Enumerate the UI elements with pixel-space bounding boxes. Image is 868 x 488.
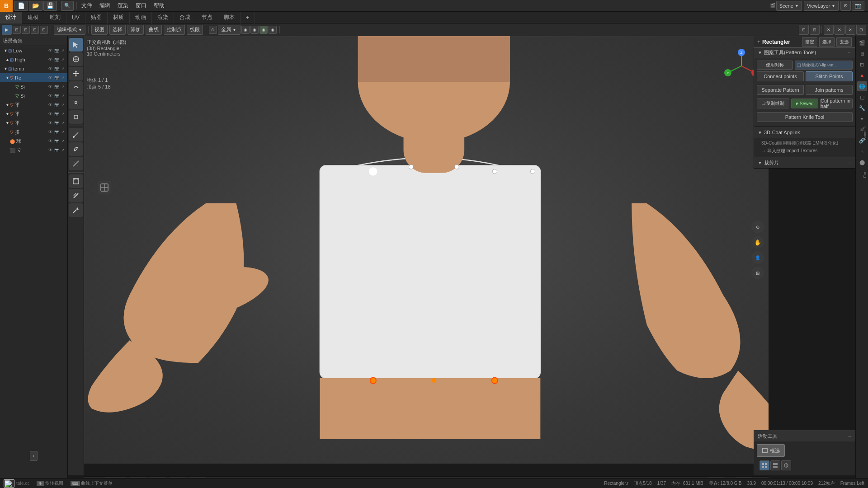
hand-tool-btn[interactable]: ✋: [751, 236, 764, 249]
cam-icon-btn[interactable]: 📷: [852, 1, 864, 11]
select-icon[interactable]: ↗: [60, 112, 66, 116]
select-icon[interactable]: ↗: [60, 139, 66, 143]
output-props-icon[interactable]: 🖥: [857, 49, 867, 59]
render-props-icon[interactable]: 🎬: [857, 38, 867, 48]
render-icon[interactable]: 📷: [54, 57, 59, 62]
view-menu-btn[interactable]: 视图: [91, 25, 108, 35]
modifier-props-icon[interactable]: 🔧: [857, 103, 867, 113]
maximize-btn[interactable]: ⊡: [856, 25, 866, 35]
eye-icon[interactable]: 👁: [47, 139, 53, 143]
outliner-item-si1[interactable]: ▽ Si 👁 📷 ↗: [0, 82, 67, 91]
eye-icon[interactable]: 👁: [47, 48, 53, 53]
cursor-tool-icon[interactable]: [69, 52, 83, 66]
render-icon[interactable]: 📷: [54, 103, 59, 107]
view-layer-props-icon[interactable]: ⊞: [857, 60, 867, 70]
assign-btn[interactable]: 指定: [802, 37, 817, 47]
eye-icon[interactable]: 👁: [47, 94, 53, 98]
outliner-item-flat1[interactable]: ▼ ▽ 平 👁 📷 ↗: [0, 100, 67, 109]
deselect-btn[interactable]: 去选: [836, 37, 852, 47]
grid-btn-2[interactable]: [770, 460, 780, 470]
transform-tool-icon[interactable]: [69, 110, 83, 124]
render-icon[interactable]: 📷: [54, 139, 59, 143]
tab-uv[interactable]: UV: [66, 12, 85, 23]
outliner-item-flat2[interactable]: ▼ ▽ 平 👁 📷 ↗: [0, 109, 67, 118]
eye-icon[interactable]: 👁: [47, 84, 53, 89]
menu-help[interactable]: 帮助: [150, 0, 168, 12]
transform-widget-icon[interactable]: [98, 181, 111, 194]
close-btn-2[interactable]: ✕: [835, 25, 844, 35]
seams-section-header[interactable]: ▼ 裁剪片 ···: [754, 157, 855, 168]
tab-animation[interactable]: 动画: [130, 12, 152, 23]
open-file-btn[interactable]: 📂: [29, 1, 42, 11]
annotate2-tool-icon[interactable]: [69, 157, 83, 170]
expand-outliner-btn[interactable]: ›: [30, 451, 38, 461]
select-icon[interactable]: ↗: [60, 94, 66, 98]
vp-shading-1[interactable]: ◉: [241, 26, 250, 34]
particles-props-icon[interactable]: ✦: [857, 114, 867, 124]
vp-shading-4[interactable]: ◉: [269, 26, 277, 34]
close-btn-3[interactable]: ✕: [845, 25, 855, 35]
grid-view-btn[interactable]: ⊞: [751, 267, 764, 279]
grid-btn-3[interactable]: [781, 460, 791, 470]
select-icon[interactable]: ↗: [60, 121, 66, 125]
search-btn[interactable]: 🔍: [61, 1, 74, 11]
stitch-points-btn[interactable]: Stitch Points: [806, 71, 853, 81]
select-menu-btn[interactable]: 选择: [109, 25, 126, 35]
select-icon[interactable]: ↗: [60, 103, 66, 107]
tab-add[interactable]: +: [241, 12, 255, 23]
pattern-tools-options[interactable]: ···: [848, 50, 852, 55]
outliner-item-high[interactable]: ▲ ⊞ High 👁 📷 ↗: [0, 55, 67, 64]
render-icon[interactable]: 📷: [54, 148, 59, 152]
tab-model[interactable]: 建模: [22, 12, 44, 23]
object-props-icon[interactable]: ▢: [857, 92, 867, 102]
menu-edit[interactable]: 编辑: [96, 0, 114, 12]
tab-material[interactable]: 材质: [108, 12, 130, 23]
select-icon[interactable]: ↗: [60, 66, 66, 71]
tab-sculpt[interactable]: 雕刻: [44, 12, 66, 23]
cut-half-btn[interactable]: Cut pattern in half: [820, 99, 853, 108]
seams-options[interactable]: ···: [848, 160, 852, 165]
rotate-tool-icon[interactable]: [69, 81, 83, 95]
render-icon[interactable]: 📷: [54, 121, 59, 125]
pattern-tools-section-header[interactable]: ▼ 图案工具(Pattern Tools) ···: [754, 47, 855, 58]
menu-file[interactable]: 文件: [78, 0, 96, 12]
close-btn-1[interactable]: ✕: [824, 25, 834, 35]
applink-section-header[interactable]: ▼ 3D-Coat Applink: [754, 127, 855, 138]
tab-texture[interactable]: 贴图: [85, 12, 108, 23]
overlay-btn[interactable]: ⊡: [799, 25, 809, 35]
copy-seam-btn[interactable]: ❑ 复制缝制: [757, 99, 789, 108]
render-icon[interactable]: 📷: [54, 75, 59, 80]
select-tool-icon[interactable]: [69, 38, 83, 52]
user-icon-btn[interactable]: 👤: [751, 251, 764, 264]
icon-btn-3[interactable]: ⊡: [31, 26, 39, 34]
tab-composite[interactable]: 合成: [174, 12, 196, 23]
icon-btn-4[interactable]: ⊡: [40, 26, 48, 34]
select-icon[interactable]: ↗: [60, 75, 66, 80]
eye-icon[interactable]: 👁: [47, 130, 53, 134]
edit-mode-dropdown[interactable]: 编辑模式 ▼: [54, 25, 85, 35]
zoom-to-fit-btn[interactable]: ⊙: [751, 221, 764, 233]
grid-btn-1[interactable]: [760, 460, 769, 470]
select-icon[interactable]: ↗: [60, 130, 66, 134]
tab-design[interactable]: 设计: [0, 12, 22, 23]
eye-icon[interactable]: 👁: [47, 103, 53, 107]
render-icon[interactable]: 📷: [54, 112, 59, 116]
render-icon[interactable]: 📷: [54, 66, 59, 71]
knife-tool-btn[interactable]: Pattern Knife Tool: [757, 112, 853, 122]
viewlayer-dropdown[interactable]: ViewLayer ▼: [804, 1, 839, 11]
world-props-icon[interactable]: 🌐: [857, 81, 867, 91]
curve-menu-btn[interactable]: 曲线: [146, 25, 162, 35]
render-icon[interactable]: 📷: [54, 130, 59, 134]
select-icon[interactable]: ↗: [60, 57, 66, 62]
extra-tool-icon[interactable]: [69, 189, 83, 202]
eye-icon[interactable]: 👁: [47, 75, 53, 80]
eye-icon[interactable]: 👁: [47, 121, 53, 125]
mode-select-btn[interactable]: ▶: [2, 25, 12, 35]
use-pair-btn[interactable]: 使用对称: [757, 61, 793, 70]
connect-points-btn[interactable]: Connect points: [757, 71, 804, 81]
separate-pattern-btn[interactable]: Separate Pattern: [757, 85, 804, 95]
select-right-btn[interactable]: 选择: [819, 37, 835, 47]
material-props-icon[interactable]: ⬤: [857, 157, 867, 167]
box-select-btn[interactable]: 框选: [757, 444, 785, 457]
render-icon[interactable]: 📷: [54, 48, 59, 53]
